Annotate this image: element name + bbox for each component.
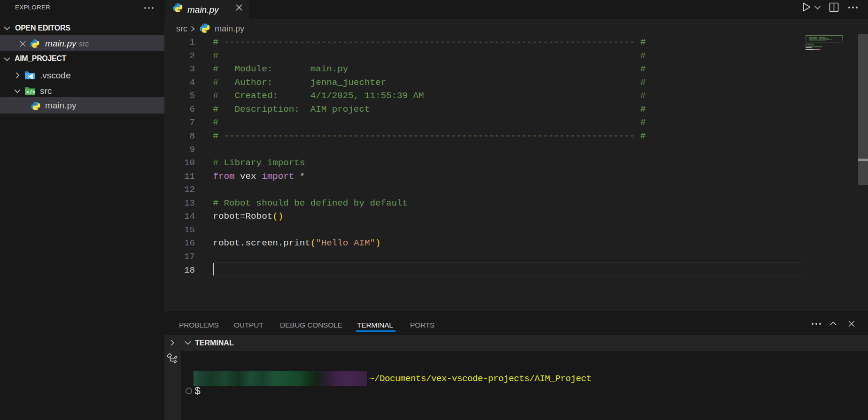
- svg-text:</>: </>: [26, 90, 36, 95]
